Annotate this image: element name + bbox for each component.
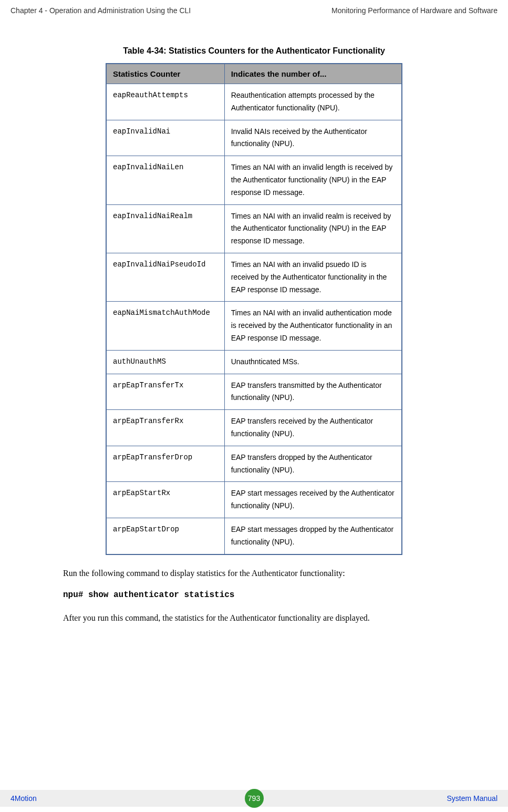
footer-center: 793 <box>245 789 264 808</box>
command-line: npu# show authenticator statistics <box>63 590 445 600</box>
counter-name-cell: eapNaiMismatchAuthMode <box>106 302 224 350</box>
counter-name-cell: eapInvalidNaiLen <box>106 156 224 204</box>
counter-desc-cell: Reauthentication attempts processed by t… <box>224 84 402 120</box>
counter-name-cell: arpEapTransferDrop <box>106 446 224 482</box>
counter-desc-cell: Times an NAI with an invalid authenticat… <box>224 302 402 350</box>
statistics-table: Statistics Counter Indicates the number … <box>106 63 402 555</box>
counter-name-cell: arpEapStartDrop <box>106 518 224 554</box>
table-row: eapNaiMismatchAuthMode Times an NAI with… <box>106 302 402 350</box>
counter-desc-cell: EAP start messages dropped by the Authen… <box>224 518 402 554</box>
table-row: eapInvalidNai Invalid NAIs received by t… <box>106 120 402 156</box>
counter-desc-cell: Times an NAI with an invalid psuedo ID i… <box>224 253 402 301</box>
table-row: arpEapTransferTx EAP transfers transmitt… <box>106 374 402 410</box>
table-caption: Table 4-34: Statistics Counters for the … <box>63 46 445 56</box>
table-row: arpEapTransferDrop EAP transfers dropped… <box>106 446 402 482</box>
counter-desc-cell: Times an NAI with an invalid length is r… <box>224 156 402 204</box>
counter-desc-cell: Invalid NAIs received by the Authenticat… <box>224 120 402 156</box>
counter-desc-cell: Times an NAI with an invalid realm is re… <box>224 204 402 253</box>
table-row: arpEapTransferRx EAP transfers received … <box>106 410 402 446</box>
table-row: eapInvalidNaiPseudoId Times an NAI with … <box>106 253 402 301</box>
counter-desc-cell: EAP transfers transmitted by the Authent… <box>224 374 402 410</box>
table-header-row: Statistics Counter Indicates the number … <box>106 64 402 84</box>
page-content: Table 4-34: Statistics Counters for the … <box>0 15 508 625</box>
page-number-badge: 793 <box>245 789 264 808</box>
table-header-desc: Indicates the number of... <box>224 64 402 84</box>
header-left-text: Chapter 4 - Operation and Administration… <box>11 6 191 15</box>
counter-name-cell: arpEapStartRx <box>106 482 224 518</box>
counter-desc-cell: EAP transfers dropped by the Authenticat… <box>224 446 402 482</box>
body-paragraph-1: Run the following command to display sta… <box>63 567 445 580</box>
table-row: eapReauthAttempts Reauthentication attem… <box>106 84 402 120</box>
counter-name-cell: authUnauthMS <box>106 350 224 374</box>
counter-desc-cell: EAP start messages received by the Authe… <box>224 482 402 518</box>
footer-right-text: System Manual <box>447 794 497 803</box>
counter-name-cell: eapInvalidNaiRealm <box>106 204 224 253</box>
table-row: authUnauthMS Unauthnticated MSs. <box>106 350 402 374</box>
table-row: arpEapStartDrop EAP start messages dropp… <box>106 518 402 554</box>
page-header: Chapter 4 - Operation and Administration… <box>0 0 508 15</box>
counter-desc-cell: EAP transfers received by the Authentica… <box>224 410 402 446</box>
table-row: eapInvalidNaiLen Times an NAI with an in… <box>106 156 402 204</box>
table-header-counter: Statistics Counter <box>106 64 224 84</box>
counter-name-cell: eapReauthAttempts <box>106 84 224 120</box>
body-paragraph-2: After you run this command, the statisti… <box>63 611 445 625</box>
header-right-text: Monitoring Performance of Hardware and S… <box>331 6 497 15</box>
table-row: arpEapStartRx EAP start messages receive… <box>106 482 402 518</box>
counter-name-cell: arpEapTransferRx <box>106 410 224 446</box>
counter-name-cell: eapInvalidNaiPseudoId <box>106 253 224 301</box>
counter-name-cell: arpEapTransferTx <box>106 374 224 410</box>
footer-left-text: 4Motion <box>11 794 37 803</box>
table-row: eapInvalidNaiRealm Times an NAI with an … <box>106 204 402 253</box>
page-footer: 4Motion 793 System Manual <box>0 790 508 807</box>
counter-name-cell: eapInvalidNai <box>106 120 224 156</box>
counter-desc-cell: Unauthnticated MSs. <box>224 350 402 374</box>
